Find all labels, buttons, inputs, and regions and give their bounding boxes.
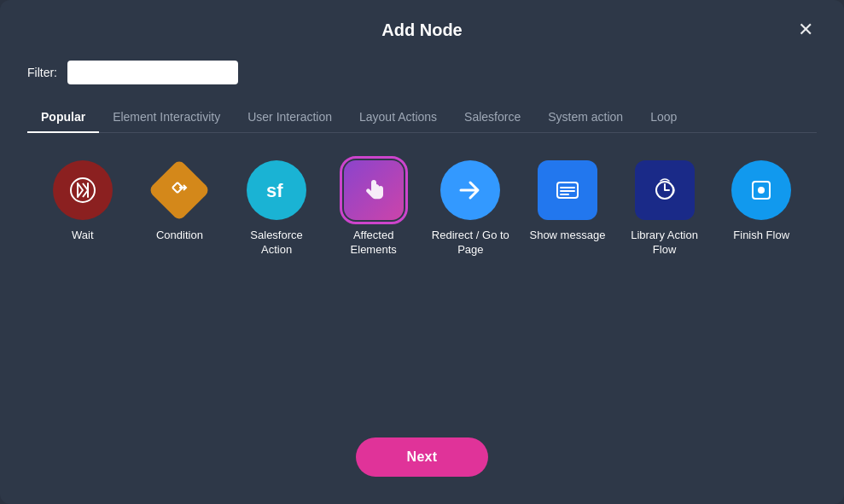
- tab-popular[interactable]: Popular: [27, 101, 99, 132]
- add-node-modal: Add Node ✕ Filter: Popular Element Inter…: [0, 0, 844, 504]
- condition-label: Condition: [156, 229, 203, 243]
- node-library-action-flow[interactable]: Library Action Flow: [623, 160, 707, 258]
- library-action-flow-label: Library Action Flow: [623, 229, 707, 258]
- condition-diamond: [148, 159, 212, 222]
- wait-svg: [67, 175, 98, 206]
- show-message-svg: [551, 174, 584, 206]
- redirect-svg: [454, 174, 486, 206]
- redirect-label: Redirect / Go to Page: [429, 229, 513, 258]
- condition-icon-wrapper: [149, 160, 209, 220]
- library-svg: [649, 174, 681, 206]
- node-finish-flow[interactable]: Finish Flow: [719, 160, 803, 243]
- filter-row: Filter:: [27, 61, 817, 84]
- node-redirect[interactable]: Redirect / Go to Page: [429, 160, 513, 258]
- node-wait[interactable]: Wait: [41, 160, 125, 243]
- salesforce-svg: sf: [259, 173, 294, 207]
- tab-loop[interactable]: Loop: [637, 101, 690, 132]
- finish-flow-svg: [745, 174, 777, 206]
- show-message-icon: [538, 160, 597, 220]
- finish-flow-icon: [731, 160, 791, 220]
- show-message-label: Show message: [529, 229, 605, 243]
- svg-point-10: [758, 187, 765, 194]
- nodes-grid: Wait Condition: [27, 160, 817, 424]
- redirect-icon: [440, 160, 500, 220]
- condition-icon: [167, 176, 191, 205]
- modal-footer: Next: [27, 424, 817, 477]
- affected-elements-svg: [358, 174, 390, 206]
- modal-title: Add Node: [381, 20, 462, 40]
- svg-rect-2: [87, 182, 89, 198]
- node-show-message[interactable]: Show message: [526, 160, 609, 243]
- modal-header: Add Node ✕: [27, 20, 817, 40]
- tab-user-interaction[interactable]: User Interaction: [234, 101, 346, 132]
- salesforce-icon: sf: [247, 160, 306, 220]
- node-affected-elements[interactable]: Affected Elements: [332, 160, 416, 258]
- salesforce-action-label: Salesforce Action: [235, 229, 318, 258]
- wait-icon: [53, 160, 113, 220]
- condition-svg: [167, 176, 191, 200]
- node-condition[interactable]: Condition: [138, 160, 222, 243]
- affected-elements-label: Affected Elements: [332, 229, 416, 258]
- affected-elements-icon: [344, 160, 404, 220]
- next-button[interactable]: Next: [356, 437, 489, 477]
- tabs-container: Popular Element Interactivity User Inter…: [27, 101, 817, 133]
- close-button[interactable]: ✕: [795, 17, 817, 43]
- node-salesforce-action[interactable]: sf Salesforce Action: [235, 160, 318, 258]
- tab-salesforce[interactable]: Salesforce: [451, 101, 534, 132]
- finish-flow-label: Finish Flow: [733, 229, 789, 243]
- tab-element-interactivity[interactable]: Element Interactivity: [99, 101, 234, 132]
- filter-label: Filter:: [27, 66, 57, 79]
- tab-system-action[interactable]: System action: [534, 101, 637, 132]
- wait-label: Wait: [72, 229, 94, 243]
- filter-input[interactable]: [67, 61, 238, 84]
- svg-rect-1: [77, 182, 79, 198]
- svg-text:sf: sf: [266, 180, 283, 201]
- tab-layout-actions[interactable]: Layout Actions: [346, 101, 451, 132]
- library-action-flow-icon: [635, 160, 695, 220]
